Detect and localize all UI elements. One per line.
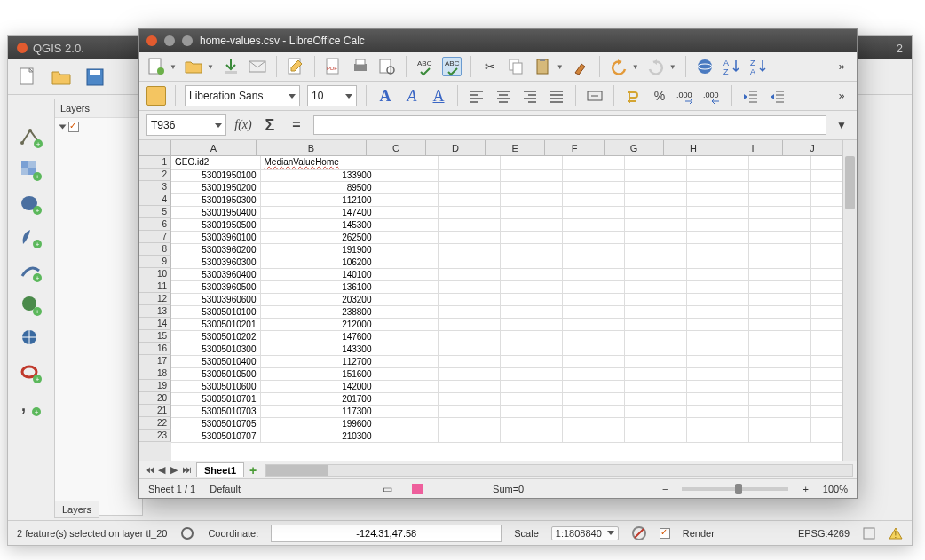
cell[interactable] bbox=[500, 343, 562, 355]
cell[interactable] bbox=[562, 343, 624, 355]
align-justify-icon[interactable] bbox=[547, 86, 566, 106]
cell[interactable] bbox=[562, 380, 624, 392]
cell[interactable] bbox=[624, 405, 686, 417]
cell[interactable]: 199600 bbox=[260, 417, 376, 430]
coordinate-input[interactable] bbox=[271, 525, 502, 542]
cell[interactable] bbox=[748, 330, 810, 343]
cell[interactable]: 147400 bbox=[260, 206, 376, 218]
cell[interactable] bbox=[624, 218, 686, 231]
cell[interactable] bbox=[562, 392, 624, 405]
cell[interactable] bbox=[562, 181, 624, 193]
cell[interactable] bbox=[748, 218, 810, 231]
redo-icon[interactable] bbox=[646, 57, 666, 76]
cell[interactable] bbox=[686, 256, 748, 268]
cell[interactable] bbox=[562, 256, 624, 268]
cell[interactable] bbox=[376, 181, 438, 193]
cell[interactable] bbox=[562, 193, 624, 206]
cell[interactable] bbox=[562, 355, 624, 367]
dropdown-icon[interactable] bbox=[215, 123, 222, 128]
column-header[interactable]: G bbox=[605, 140, 664, 156]
column-header[interactable]: D bbox=[426, 140, 486, 156]
cell[interactable] bbox=[438, 206, 500, 218]
sum-icon[interactable]: Σ bbox=[260, 115, 280, 135]
row-header[interactable]: 9 bbox=[139, 256, 171, 268]
cell[interactable] bbox=[686, 343, 748, 355]
row-header[interactable]: 8 bbox=[139, 243, 171, 256]
cell[interactable] bbox=[562, 367, 624, 380]
merge-cells-icon[interactable] bbox=[585, 86, 605, 106]
cell[interactable] bbox=[500, 367, 562, 380]
row-header[interactable]: 13 bbox=[139, 305, 171, 318]
cut-icon[interactable]: ✂ bbox=[480, 57, 500, 76]
column-header[interactable]: A bbox=[171, 140, 257, 156]
cell[interactable] bbox=[748, 169, 810, 181]
email-icon[interactable] bbox=[248, 57, 267, 76]
cell[interactable] bbox=[500, 417, 562, 430]
row-header[interactable]: 15 bbox=[139, 330, 171, 343]
cell[interactable]: 53001950200 bbox=[171, 181, 260, 193]
cell[interactable] bbox=[438, 305, 500, 318]
cell[interactable] bbox=[500, 268, 562, 280]
cell[interactable] bbox=[376, 305, 438, 318]
cell[interactable] bbox=[686, 193, 748, 206]
cell[interactable]: 53005010703 bbox=[171, 405, 260, 417]
cell[interactable] bbox=[686, 318, 748, 330]
cell[interactable] bbox=[748, 430, 810, 442]
toggle-icon[interactable] bbox=[179, 525, 195, 541]
cell[interactable] bbox=[562, 405, 624, 417]
cell[interactable] bbox=[376, 256, 438, 268]
horizontal-scrollbar[interactable] bbox=[265, 464, 853, 477]
cell[interactable] bbox=[438, 218, 500, 231]
cell[interactable] bbox=[686, 430, 748, 442]
open-folder-icon[interactable] bbox=[51, 67, 72, 88]
row-header[interactable]: 20 bbox=[139, 392, 171, 405]
font-size-select[interactable]: 10 bbox=[307, 85, 357, 106]
cell[interactable] bbox=[500, 330, 562, 343]
cell[interactable] bbox=[500, 206, 562, 218]
stop-render-icon[interactable] bbox=[631, 525, 647, 541]
cell[interactable] bbox=[624, 305, 686, 318]
cell[interactable] bbox=[562, 330, 624, 343]
cell[interactable] bbox=[624, 268, 686, 280]
cell[interactable]: 143300 bbox=[260, 343, 376, 355]
remove-decimal-icon[interactable]: .000 bbox=[703, 86, 723, 106]
tab-nav-arrows[interactable]: ⏮ ◀ ▶ ⏭ bbox=[139, 464, 196, 476]
scale-dropdown-icon[interactable] bbox=[607, 531, 614, 535]
cell[interactable] bbox=[686, 206, 748, 218]
spellcheck-abc-icon[interactable]: ABC bbox=[415, 57, 435, 76]
cell[interactable] bbox=[686, 293, 748, 305]
cell[interactable] bbox=[624, 330, 686, 343]
layer-visible-checkbox[interactable] bbox=[68, 122, 79, 132]
cell[interactable] bbox=[376, 206, 438, 218]
column-header[interactable]: E bbox=[486, 140, 545, 156]
align-right-icon[interactable] bbox=[520, 86, 540, 106]
cell[interactable] bbox=[686, 181, 748, 193]
scale-value[interactable]: 1:1808840 bbox=[556, 528, 602, 539]
cell[interactable] bbox=[376, 169, 438, 181]
cell[interactable] bbox=[376, 193, 438, 206]
cell[interactable]: 53003960200 bbox=[171, 243, 260, 256]
cell[interactable] bbox=[748, 156, 810, 169]
render-checkbox[interactable] bbox=[660, 528, 670, 539]
cell[interactable]: 53003960500 bbox=[171, 280, 260, 293]
cell[interactable] bbox=[376, 367, 438, 380]
cell[interactable]: 140100 bbox=[260, 268, 376, 280]
row-header[interactable]: 18 bbox=[139, 367, 171, 380]
increase-indent-icon[interactable] bbox=[768, 86, 787, 106]
align-center-icon[interactable] bbox=[494, 86, 513, 106]
cell[interactable] bbox=[748, 380, 810, 392]
crs-button[interactable]: EPSG:4269 bbox=[798, 528, 850, 539]
cell[interactable]: 53001950500 bbox=[171, 218, 260, 231]
cell[interactable]: 53005010202 bbox=[171, 330, 260, 343]
paste-icon[interactable] bbox=[534, 57, 553, 76]
cell[interactable] bbox=[562, 218, 624, 231]
cell[interactable]: 142000 bbox=[260, 380, 376, 392]
pdf-export-icon[interactable]: PDF bbox=[324, 57, 344, 76]
row-header[interactable]: 14 bbox=[139, 318, 171, 330]
cell[interactable] bbox=[376, 343, 438, 355]
cell[interactable] bbox=[686, 169, 748, 181]
cell[interactable]: 147600 bbox=[260, 330, 376, 343]
cell[interactable]: 201700 bbox=[260, 392, 376, 405]
column-header[interactable]: I bbox=[723, 140, 783, 156]
cell[interactable] bbox=[624, 367, 686, 380]
